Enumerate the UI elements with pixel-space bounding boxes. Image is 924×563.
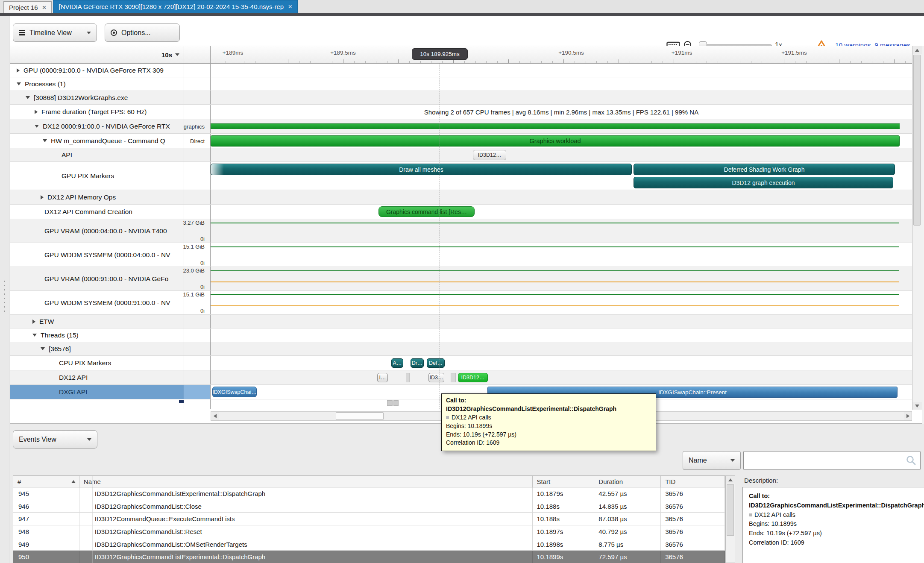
dx12-api-sliver[interactable]: [406, 373, 410, 382]
timeline-row-api[interactable]: API ID3D12…: [10, 148, 912, 162]
col-header-duration[interactable]: Duration: [594, 476, 661, 487]
timeline-row-gpu-pix-markers[interactable]: GPU PIX Markers Draw all meshes Deferred…: [10, 162, 912, 190]
timeline-row-process-30868[interactable]: [30868] D3D12WorkGraphs.exe: [10, 91, 912, 105]
tree-cell[interactable]: GPU WDDM SYSMEM (0000:91:00.0 - NV: [10, 291, 184, 314]
row-canvas[interactable]: Draw all meshes Deferred Shading Work Gr…: [211, 162, 912, 190]
scroll-up-arrow[interactable]: [912, 46, 922, 54]
timeline-row-threads[interactable]: Threads (15): [10, 328, 912, 342]
timeline-row-etw[interactable]: ETW: [10, 315, 912, 328]
tree-cell[interactable]: DX12 API: [10, 370, 184, 384]
table-row-selected[interactable]: 950 ID3D12GraphicsCommandListExperimenta…: [13, 551, 725, 563]
row-canvas[interactable]: A… Dr… Def…: [211, 356, 912, 370]
col-header-num[interactable]: #: [13, 476, 79, 487]
tree-cell[interactable]: GPU VRAM (0000:91:00.0 - NVIDIA GeFo: [10, 267, 184, 290]
event-mark[interactable]: [393, 400, 399, 406]
event-mark[interactable]: [387, 400, 393, 406]
col-header-name[interactable]: Name: [79, 476, 533, 487]
tab-report[interactable]: [NVIDIA GeForce RTX 3090][1280 x 720][DX…: [53, 0, 298, 13]
timeline-row-cpu-pix-markers[interactable]: CPU PIX Markers A… Dr… Def…: [10, 356, 912, 370]
timeline-row-dx12-api-memory-ops[interactable]: DX12 API Memory Ops: [10, 190, 912, 205]
graphics-workload-bar[interactable]: Graphics workload: [211, 135, 900, 147]
timeline-row-dx12-api-command-creation[interactable]: DX12 API Command Creation Graphics comma…: [10, 205, 912, 219]
tree-cell[interactable]: [36576]: [10, 342, 184, 355]
tree-cell[interactable]: GPU PIX Markers: [10, 162, 184, 190]
tree-cell[interactable]: GPU WDDM SYSMEM (0000:04:00.0 - NV: [10, 243, 184, 267]
scroll-right-arrow[interactable]: [904, 412, 912, 420]
row-canvas[interactable]: Graphics command list [Res…: [211, 205, 912, 219]
row-canvas[interactable]: [211, 291, 912, 314]
tree-cell[interactable]: [30868] D3D12WorkGraphs.exe: [10, 91, 184, 104]
timeline-row-gpu-vram-t400[interactable]: GPU VRAM (0000:04:00.0 - NVIDIA T400 3.2…: [10, 219, 912, 243]
timeline-row-dx12-device[interactable]: DX12 0000:91:00.0 - NVIDIA GeForce RTX g…: [10, 119, 912, 134]
collapse-icon[interactable]: [43, 139, 47, 142]
timeline-row-hw-command-queue[interactable]: HW m_commandQueue - Command Q Direct Gra…: [10, 134, 912, 148]
dx12-api-selected-chip[interactable]: ID3D12…: [458, 373, 488, 382]
graphics-activity-bar[interactable]: [211, 123, 900, 129]
options-button[interactable]: Options...: [105, 23, 180, 42]
tree-cell[interactable]: Frame duration (Target FPS: 60 Hz): [10, 105, 184, 119]
scroll-down-arrow[interactable]: [912, 402, 922, 410]
ruler-unit-selector[interactable]: 10s: [10, 46, 184, 63]
close-icon[interactable]: ×: [42, 4, 47, 11]
tree-cell[interactable]: DX12 0000:91:00.0 - NVIDIA GeForce RTX: [10, 119, 184, 133]
timeline-row-processes[interactable]: Processes (1): [10, 77, 912, 91]
tree-cell[interactable]: DXGI API: [10, 385, 184, 399]
row-canvas[interactable]: [211, 219, 912, 243]
row-canvas[interactable]: Showing 2 of 657 CPU frames | avg 8.16ms…: [211, 105, 912, 119]
filter-field-dropdown[interactable]: Name: [683, 451, 741, 470]
tree-cell[interactable]: CPU PIX Markers: [10, 356, 184, 370]
tree-cell[interactable]: GPU VRAM (0000:04:00.0 - NVIDIA T400: [10, 219, 184, 243]
dx12-api-chip[interactable]: ID3…: [428, 373, 444, 382]
splitter-grip[interactable]: [4, 281, 5, 314]
row-canvas[interactable]: Graphics workload: [211, 134, 912, 148]
pix-marker-bar[interactable]: Draw all meshes: [211, 164, 632, 175]
timeline-row-thread-36576[interactable]: [36576]: [10, 342, 912, 356]
row-canvas[interactable]: [211, 119, 912, 133]
collapse-icon[interactable]: [35, 125, 39, 128]
row-canvas[interactable]: [211, 91, 912, 104]
collapse-icon[interactable]: [32, 334, 37, 337]
table-row[interactable]: 947 ID3D12CommandQueue::ExecuteCommandLi…: [13, 513, 725, 525]
tab-project[interactable]: Project 16 ×: [3, 1, 52, 13]
expand-icon[interactable]: [32, 320, 35, 324]
dxgi-swapchain-chip[interactable]: IDXGISwapChai…: [212, 387, 257, 397]
row-canvas[interactable]: [211, 77, 912, 91]
pix-marker-bar[interactable]: Deferred Shading Work Graph: [634, 164, 895, 175]
tree-cell[interactable]: DX12 API Memory Ops: [10, 190, 184, 204]
pix-marker-bar[interactable]: D3D12 graph execution: [634, 177, 893, 188]
events-table-scrollbar[interactable]: [725, 475, 735, 563]
dx12-api-chip[interactable]: I…: [377, 373, 388, 382]
collapse-icon[interactable]: [17, 82, 21, 85]
scroll-left-arrow[interactable]: [211, 412, 219, 420]
expand-icon[interactable]: [41, 195, 44, 199]
events-view-dropdown[interactable]: Events View: [13, 430, 97, 449]
tree-cell[interactable]: API: [10, 148, 184, 161]
search-icon[interactable]: [906, 455, 917, 466]
ruler-scale[interactable]: +189ms +189.5ms +190.5ms +191ms +191.5ms…: [211, 46, 912, 63]
row-canvas[interactable]: [211, 64, 912, 77]
search-input[interactable]: [744, 452, 906, 469]
timeline-view-dropdown[interactable]: Timeline View: [13, 23, 97, 42]
expand-icon[interactable]: [35, 110, 38, 114]
row-canvas[interactable]: [211, 190, 912, 204]
timeline-row-gpu-wddm-sysmem-04[interactable]: GPU WDDM SYSMEM (0000:04:00.0 - NV 15.1 …: [10, 243, 912, 267]
row-canvas[interactable]: [211, 315, 912, 328]
close-icon[interactable]: ×: [288, 3, 292, 10]
table-row[interactable]: 948 ID3D12GraphicsCommandList::Reset 10.…: [13, 525, 725, 538]
dx12-api-sliver[interactable]: [451, 373, 456, 382]
tree-cell[interactable]: Threads (15): [10, 328, 184, 342]
tree-cell[interactable]: HW m_commandQueue - Command Q: [10, 134, 184, 148]
tree-cell[interactable]: ETW: [10, 315, 184, 328]
collapse-icon[interactable]: [41, 347, 45, 350]
timeline-row-gpu[interactable]: GPU (0000:91:00.0 - NVIDIA GeForce RTX 3…: [10, 64, 912, 77]
api-call-chip[interactable]: ID3D12…: [473, 150, 506, 160]
scroll-up-arrow[interactable]: [726, 476, 735, 484]
row-canvas[interactable]: I… ID3… ID3D12…: [211, 370, 912, 384]
tree-cell[interactable]: Processes (1): [10, 77, 184, 91]
tree-cell[interactable]: [10, 399, 184, 409]
timeline-row-frame-duration[interactable]: Frame duration (Target FPS: 60 Hz) Showi…: [10, 105, 912, 119]
expand-icon[interactable]: [17, 68, 20, 73]
col-header-tid[interactable]: TID: [661, 476, 725, 487]
timeline-row-gpu-vram-3090[interactable]: GPU VRAM (0000:91:00.0 - NVIDIA GeFo 23.…: [10, 267, 912, 291]
collapse-icon[interactable]: [26, 96, 30, 99]
